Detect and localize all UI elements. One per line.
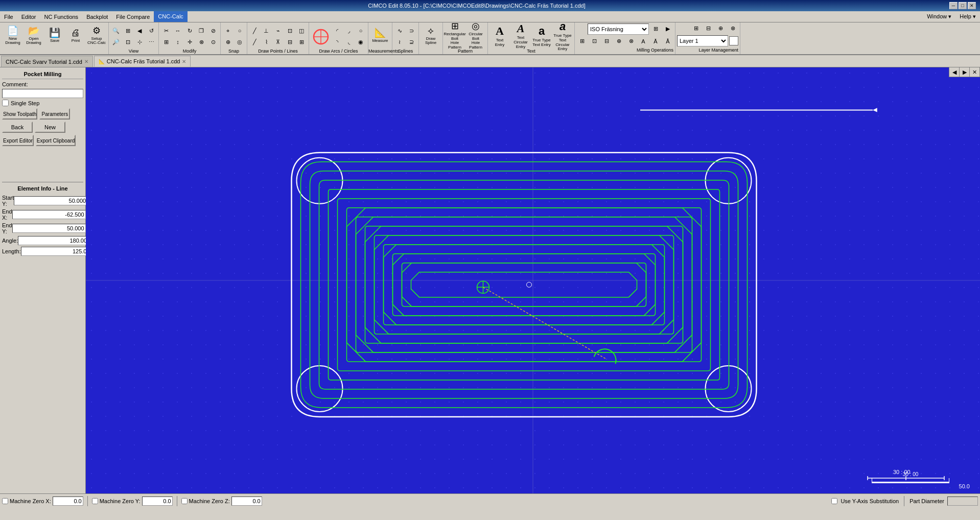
- milling-select[interactable]: ISO Fräsning ISO Drehen Heidenhain Fräsn…: [588, 23, 649, 35]
- y-axis-checkbox[interactable]: [831, 498, 837, 504]
- close-button[interactable]: ✕: [968, 2, 976, 9]
- mzz-input[interactable]: [231, 497, 262, 506]
- menu-cnc-calc[interactable]: CNC-Calc: [154, 11, 188, 22]
- mzx-input[interactable]: [53, 497, 83, 506]
- text-entry-button[interactable]: A TextEntry: [489, 25, 510, 47]
- arc-btn5[interactable]: ○: [355, 26, 366, 36]
- canvas-area[interactable]: ◀ ▶ ✕ 30 : 00 50.0: [86, 67, 980, 493]
- draw-spline-button[interactable]: ⟡ DrawSpline: [421, 25, 441, 47]
- print-button[interactable]: 🖨 Print: [65, 25, 86, 47]
- draw-line-btn6[interactable]: ⊼: [272, 37, 284, 47]
- menu-help[interactable]: Help ▾: [955, 11, 980, 22]
- arc-btn6[interactable]: ◉: [355, 37, 366, 47]
- milling-btn3[interactable]: ⊟: [601, 36, 612, 46]
- modify-btn6[interactable]: ✛: [184, 37, 195, 47]
- modify-btn8[interactable]: ⊗: [196, 37, 207, 47]
- snap-btn2[interactable]: ⊕: [222, 37, 234, 47]
- grid-button[interactable]: ⊹: [134, 37, 145, 47]
- end-x-input[interactable]: [12, 210, 86, 219]
- tab-svarv-close[interactable]: ✕: [84, 59, 88, 64]
- redraw-button[interactable]: ↺: [146, 26, 157, 36]
- start-y-input[interactable]: [14, 196, 87, 205]
- snap-btn1[interactable]: ⌖: [222, 26, 234, 36]
- mzy-input[interactable]: [142, 497, 173, 506]
- arc-btn3[interactable]: ◞: [343, 26, 355, 36]
- export-clipboard-button[interactable]: Export Clipboard: [36, 135, 76, 146]
- layer-btn2[interactable]: ⊟: [703, 23, 714, 34]
- minimize-button[interactable]: ─: [949, 2, 958, 9]
- open-drawing-button[interactable]: 📂 OpenDrawing: [24, 25, 44, 47]
- arc-btn2[interactable]: ◝: [332, 37, 343, 47]
- draw-line-btn2[interactable]: ╱: [249, 37, 260, 47]
- draw-line-btn1[interactable]: ╱: [249, 26, 260, 36]
- end-y-input[interactable]: [12, 224, 86, 233]
- menu-nc-functions[interactable]: NC Functions: [40, 11, 82, 22]
- angle-input[interactable]: [18, 236, 91, 245]
- circular-bolt-button[interactable]: ◎ Circular BoltHole Pattern: [465, 25, 486, 47]
- new-button[interactable]: New: [35, 122, 65, 133]
- tab-fras-close[interactable]: ✕: [182, 59, 186, 64]
- zoom-out-button[interactable]: 🔎: [110, 37, 122, 47]
- canvas-next-btn[interactable]: ▶: [960, 67, 970, 77]
- setup-cnccalc-button[interactable]: ⚙ SetupCNC-Calc: [86, 25, 107, 47]
- modify-btn7[interactable]: ❐: [196, 26, 207, 36]
- text-circular-button[interactable]: A Text CircularEntry: [510, 25, 531, 47]
- zoom-prev-button[interactable]: ◀: [134, 26, 145, 36]
- modify-btn4[interactable]: ↕: [172, 37, 183, 47]
- canvas-close-btn[interactable]: ✕: [970, 67, 980, 77]
- tab-svarv[interactable]: CNC-Calc Svarv Tutorial 1.cdd ✕: [1, 56, 93, 67]
- comment-input[interactable]: [2, 89, 83, 98]
- arc-btn1[interactable]: ◜: [332, 26, 343, 36]
- milling-btn1[interactable]: ⊞: [576, 36, 588, 46]
- milling-btn2[interactable]: ⊡: [589, 36, 600, 46]
- modify-btn10[interactable]: ⊙: [207, 37, 219, 47]
- parameters-button[interactable]: Parameters: [39, 108, 70, 120]
- layer-btn3[interactable]: ⊕: [715, 23, 726, 34]
- layer-select[interactable]: Layer 1 Layer 2: [677, 35, 728, 46]
- zoom-all-button[interactable]: ⊡: [122, 37, 133, 47]
- back-button[interactable]: Back: [2, 122, 33, 133]
- menu-editor[interactable]: Editor: [17, 11, 40, 22]
- spline-btn1[interactable]: ∿: [394, 26, 405, 36]
- draw-line-btn3[interactable]: ⊥: [261, 26, 272, 36]
- true-type-circular-button[interactable]: a True Type TextCircular Entry: [552, 25, 573, 47]
- spline-btn4[interactable]: ⊇: [406, 37, 417, 47]
- milling-btn8[interactable]: Å: [662, 36, 673, 46]
- measure-button[interactable]: 📐 Measure: [370, 25, 390, 47]
- milling-btn4[interactable]: ⊕: [613, 36, 624, 46]
- modify-btn1[interactable]: ✂: [160, 26, 172, 36]
- view-extra-button[interactable]: ⋯: [146, 37, 157, 47]
- menu-file[interactable]: File: [0, 11, 17, 22]
- mzy-checkbox[interactable]: [92, 498, 98, 504]
- new-drawing-button[interactable]: 📄 NewDrawing: [3, 25, 23, 47]
- rectangular-bolt-button[interactable]: ⊞ Rectangular BoltHole Pattern: [445, 25, 465, 47]
- snap-btn3[interactable]: ○: [234, 26, 245, 36]
- modify-btn2[interactable]: ⊞: [160, 37, 172, 47]
- modify-btn9[interactable]: ⊘: [207, 26, 219, 36]
- true-type-button[interactable]: a True TypeText Entry: [531, 25, 552, 47]
- save-button[interactable]: 💾 Save: [44, 25, 65, 47]
- menu-window[interactable]: Window ▾: [923, 11, 955, 22]
- part-diam-input[interactable]: [947, 497, 978, 506]
- draw-line-btn4[interactable]: ⌇: [261, 37, 272, 47]
- milling-btn7[interactable]: Ā: [650, 36, 661, 46]
- tab-fras[interactable]: 📐 CNC-Calc Fräs Tutorial 1.cdd ✕: [94, 56, 191, 67]
- mzx-checkbox[interactable]: [2, 498, 8, 504]
- export-editor-button[interactable]: Export Editor: [2, 135, 34, 146]
- zoom-window-button[interactable]: ⊞: [122, 26, 133, 36]
- show-toolpath-button[interactable]: Show Toolpath: [2, 108, 37, 120]
- zoom-in-button[interactable]: 🔍: [110, 26, 122, 36]
- draw-line-btn10[interactable]: ⊞: [296, 37, 307, 47]
- draw-line-btn9[interactable]: ◫: [296, 26, 307, 36]
- maximize-button[interactable]: □: [959, 2, 967, 9]
- snap-btn4[interactable]: ◎: [234, 37, 245, 47]
- canvas-prev-btn[interactable]: ◀: [949, 67, 960, 77]
- modify-btn5[interactable]: ↻: [184, 26, 195, 36]
- layer-btn1[interactable]: ⊞: [690, 23, 702, 34]
- layer-btn4[interactable]: ⊗: [727, 23, 738, 34]
- spline-btn3[interactable]: ⊃: [406, 26, 417, 36]
- length-input[interactable]: [21, 247, 95, 256]
- draw-line-btn5[interactable]: ⌁: [272, 26, 284, 36]
- milling-config-btn[interactable]: ⊞: [650, 24, 661, 34]
- arc-btn4[interactable]: ◟: [343, 37, 355, 47]
